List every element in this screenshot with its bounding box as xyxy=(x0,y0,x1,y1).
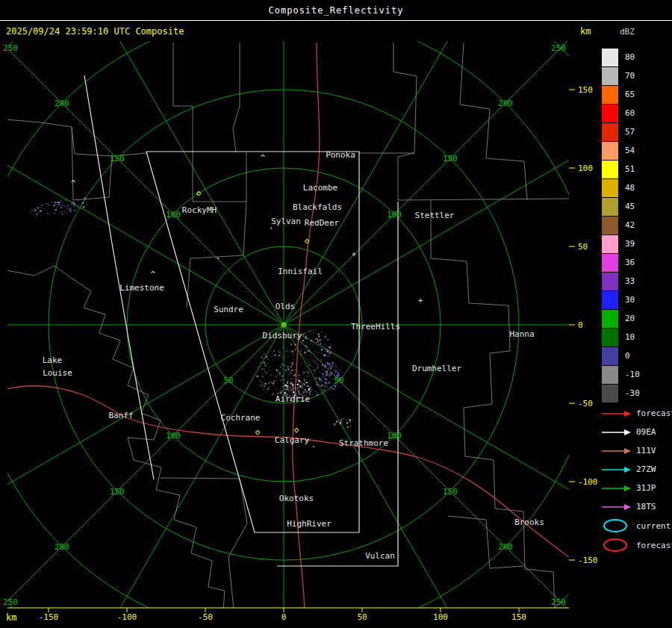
colorbar-value: 57 xyxy=(625,127,635,137)
map-graphics xyxy=(0,0,672,628)
colorbar-value: 36 xyxy=(625,258,635,267)
cell-ellipse-icon xyxy=(602,517,632,534)
cell-ellipse-icon xyxy=(602,537,632,553)
colorbar-entry: -30 xyxy=(602,384,640,402)
colorbar-entry: 65 xyxy=(602,85,640,104)
colorbar-value: 30 xyxy=(625,295,635,305)
km-unit-bottom: km xyxy=(6,612,16,623)
colorbar-value: 0 xyxy=(625,351,630,361)
colorbar-swatch xyxy=(602,105,618,122)
colorbar-value: 42 xyxy=(625,220,635,230)
track-legend-row: 18TS xyxy=(602,497,672,516)
colorbar-swatch xyxy=(602,385,618,402)
colorbar-value: 33 xyxy=(625,276,635,286)
colorbar-value: 10 xyxy=(625,332,635,342)
cell-legend-row: current xyxy=(602,516,672,535)
colorbar-entry: 60 xyxy=(602,104,640,122)
track-legend-row: 09EA xyxy=(602,423,672,441)
colorbar-swatch xyxy=(602,198,618,216)
colorbar-value: 20 xyxy=(625,314,635,323)
storm-track-legend: forecast09EA111V27ZW31JP18TScurrentforec… xyxy=(602,404,672,555)
track-label: 111V xyxy=(636,446,656,456)
colorbar-entry: 57 xyxy=(602,122,640,141)
colorbar-swatch xyxy=(602,235,618,253)
colorbar-swatch xyxy=(602,329,618,346)
colorbar-title: dBZ xyxy=(620,27,640,37)
colorbar-entry: 70 xyxy=(602,66,640,85)
colorbar-swatch xyxy=(602,86,618,104)
track-legend-row: forecast xyxy=(602,404,672,423)
track-label: 27ZW xyxy=(636,464,656,474)
colorbar-swatch xyxy=(602,49,618,66)
track-label: 18TS xyxy=(636,502,656,512)
colorbar-swatch xyxy=(602,217,618,234)
track-legend-row: 27ZW xyxy=(602,460,672,479)
colorbar-entry: 80 xyxy=(602,48,640,66)
colorbar-entry: 10 xyxy=(602,328,640,346)
colorbar-entry: 39 xyxy=(602,234,640,253)
colorbar-entry: 45 xyxy=(602,197,640,216)
colorbar-swatch xyxy=(602,310,618,328)
track-arrow-icon xyxy=(602,447,632,456)
colorbar-swatch xyxy=(602,366,618,384)
colorbar-value: 65 xyxy=(625,90,635,99)
colorbar-value: 51 xyxy=(625,164,635,174)
track-arrow-icon xyxy=(602,428,632,437)
colorbar-rows: 807065605754514845423936333020100-10-30 xyxy=(602,48,640,402)
colorbar-swatch xyxy=(602,161,618,178)
radar-window: Composite_Reflectivity 2025/09/24 23:59:… xyxy=(0,0,672,628)
track-label: 31JP xyxy=(636,483,656,493)
radar-map-canvas xyxy=(0,0,672,628)
colorbar-entry: 54 xyxy=(602,141,640,160)
track-arrow-icon xyxy=(602,409,632,418)
track-arrow-icon xyxy=(602,484,632,493)
track-legend-row: 31JP xyxy=(602,479,672,497)
colorbar-entry: 42 xyxy=(602,216,640,234)
colorbar-value: 60 xyxy=(625,108,635,118)
cell-label: forecast xyxy=(636,541,672,550)
colorbar-value: 54 xyxy=(625,146,635,155)
colorbar-entry: 20 xyxy=(602,309,640,328)
colorbar-entry: 48 xyxy=(602,178,640,197)
colorbar-entry: 33 xyxy=(602,272,640,290)
colorbar-swatch xyxy=(602,123,618,141)
track-arrow-icon xyxy=(602,503,632,512)
colorbar-entry: 36 xyxy=(602,253,640,272)
colorbar-value: 45 xyxy=(625,202,635,211)
colorbar-value: 39 xyxy=(625,239,635,249)
colorbar-value: 48 xyxy=(625,183,635,193)
colorbar-swatch xyxy=(602,179,618,197)
colorbar-value: -10 xyxy=(625,370,640,379)
colorbar-value: 80 xyxy=(625,52,635,62)
dbz-colorbar: dBZ 807065605754514845423936333020100-10… xyxy=(602,27,640,402)
colorbar-swatch xyxy=(602,142,618,160)
track-label: 09EA xyxy=(636,427,656,437)
cell-label: current xyxy=(636,521,671,531)
track-arrow-icon xyxy=(602,465,632,474)
colorbar-swatch xyxy=(602,347,618,365)
colorbar-entry: -10 xyxy=(602,365,640,384)
colorbar-swatch xyxy=(602,254,618,272)
colorbar-swatch xyxy=(602,291,618,309)
cell-legend-row: forecast xyxy=(602,535,672,555)
colorbar-entry: 30 xyxy=(602,290,640,309)
track-legend-row: 111V xyxy=(602,441,672,460)
colorbar-value: 70 xyxy=(625,71,635,81)
colorbar-entry: 51 xyxy=(602,160,640,178)
track-label: forecast xyxy=(636,408,672,418)
colorbar-value: -30 xyxy=(625,388,640,398)
colorbar-swatch xyxy=(602,67,618,85)
colorbar-swatch xyxy=(602,273,618,290)
colorbar-entry: 0 xyxy=(602,346,640,365)
